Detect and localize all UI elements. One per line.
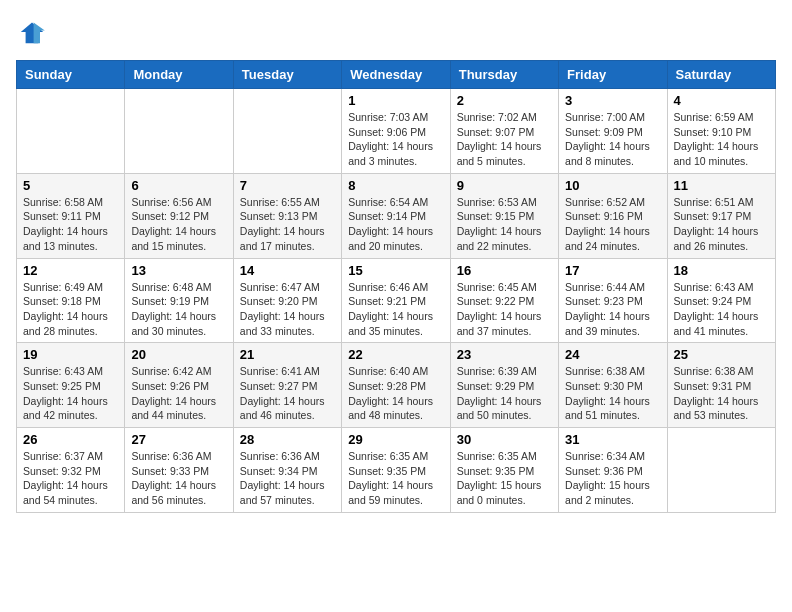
day-number: 7 [240,178,335,193]
calendar-cell: 3Sunrise: 7:00 AM Sunset: 9:09 PM Daylig… [559,89,667,174]
calendar-cell: 19Sunrise: 6:43 AM Sunset: 9:25 PM Dayli… [17,343,125,428]
day-info: Sunrise: 6:36 AM Sunset: 9:34 PM Dayligh… [240,449,335,508]
day-info: Sunrise: 6:38 AM Sunset: 9:30 PM Dayligh… [565,364,660,423]
day-info: Sunrise: 6:41 AM Sunset: 9:27 PM Dayligh… [240,364,335,423]
calendar-cell [17,89,125,174]
day-info: Sunrise: 6:56 AM Sunset: 9:12 PM Dayligh… [131,195,226,254]
calendar-cell: 24Sunrise: 6:38 AM Sunset: 9:30 PM Dayli… [559,343,667,428]
day-info: Sunrise: 6:40 AM Sunset: 9:28 PM Dayligh… [348,364,443,423]
day-info: Sunrise: 7:03 AM Sunset: 9:06 PM Dayligh… [348,110,443,169]
calendar-cell: 22Sunrise: 6:40 AM Sunset: 9:28 PM Dayli… [342,343,450,428]
calendar-week-row: 1Sunrise: 7:03 AM Sunset: 9:06 PM Daylig… [17,89,776,174]
day-info: Sunrise: 6:59 AM Sunset: 9:10 PM Dayligh… [674,110,769,169]
day-number: 27 [131,432,226,447]
day-info: Sunrise: 6:43 AM Sunset: 9:24 PM Dayligh… [674,280,769,339]
calendar-week-row: 26Sunrise: 6:37 AM Sunset: 9:32 PM Dayli… [17,428,776,513]
day-info: Sunrise: 6:34 AM Sunset: 9:36 PM Dayligh… [565,449,660,508]
calendar-cell: 26Sunrise: 6:37 AM Sunset: 9:32 PM Dayli… [17,428,125,513]
day-number: 3 [565,93,660,108]
calendar-cell: 20Sunrise: 6:42 AM Sunset: 9:26 PM Dayli… [125,343,233,428]
day-number: 29 [348,432,443,447]
calendar-header-row: SundayMondayTuesdayWednesdayThursdayFrid… [17,61,776,89]
day-info: Sunrise: 6:42 AM Sunset: 9:26 PM Dayligh… [131,364,226,423]
logo [16,16,52,48]
day-info: Sunrise: 6:35 AM Sunset: 9:35 PM Dayligh… [457,449,552,508]
day-number: 28 [240,432,335,447]
day-number: 17 [565,263,660,278]
day-number: 11 [674,178,769,193]
day-number: 5 [23,178,118,193]
day-number: 18 [674,263,769,278]
day-number: 25 [674,347,769,362]
day-of-week-header: Friday [559,61,667,89]
calendar-cell: 8Sunrise: 6:54 AM Sunset: 9:14 PM Daylig… [342,173,450,258]
day-number: 12 [23,263,118,278]
day-number: 13 [131,263,226,278]
calendar-cell: 5Sunrise: 6:58 AM Sunset: 9:11 PM Daylig… [17,173,125,258]
day-info: Sunrise: 6:55 AM Sunset: 9:13 PM Dayligh… [240,195,335,254]
calendar-table: SundayMondayTuesdayWednesdayThursdayFrid… [16,60,776,513]
day-info: Sunrise: 6:48 AM Sunset: 9:19 PM Dayligh… [131,280,226,339]
calendar-cell: 17Sunrise: 6:44 AM Sunset: 9:23 PM Dayli… [559,258,667,343]
day-number: 1 [348,93,443,108]
day-info: Sunrise: 6:36 AM Sunset: 9:33 PM Dayligh… [131,449,226,508]
calendar-cell [233,89,341,174]
calendar-cell: 23Sunrise: 6:39 AM Sunset: 9:29 PM Dayli… [450,343,558,428]
calendar-cell: 2Sunrise: 7:02 AM Sunset: 9:07 PM Daylig… [450,89,558,174]
calendar-cell: 10Sunrise: 6:52 AM Sunset: 9:16 PM Dayli… [559,173,667,258]
calendar-cell: 30Sunrise: 6:35 AM Sunset: 9:35 PM Dayli… [450,428,558,513]
day-number: 9 [457,178,552,193]
day-info: Sunrise: 6:49 AM Sunset: 9:18 PM Dayligh… [23,280,118,339]
calendar-cell: 16Sunrise: 6:45 AM Sunset: 9:22 PM Dayli… [450,258,558,343]
day-info: Sunrise: 6:39 AM Sunset: 9:29 PM Dayligh… [457,364,552,423]
calendar-cell [667,428,775,513]
day-number: 31 [565,432,660,447]
day-of-week-header: Wednesday [342,61,450,89]
day-number: 19 [23,347,118,362]
calendar-week-row: 12Sunrise: 6:49 AM Sunset: 9:18 PM Dayli… [17,258,776,343]
day-number: 2 [457,93,552,108]
day-info: Sunrise: 6:44 AM Sunset: 9:23 PM Dayligh… [565,280,660,339]
day-number: 16 [457,263,552,278]
calendar-cell: 11Sunrise: 6:51 AM Sunset: 9:17 PM Dayli… [667,173,775,258]
day-number: 20 [131,347,226,362]
day-number: 24 [565,347,660,362]
day-number: 6 [131,178,226,193]
calendar-cell: 1Sunrise: 7:03 AM Sunset: 9:06 PM Daylig… [342,89,450,174]
day-number: 8 [348,178,443,193]
calendar-cell: 6Sunrise: 6:56 AM Sunset: 9:12 PM Daylig… [125,173,233,258]
calendar-cell: 15Sunrise: 6:46 AM Sunset: 9:21 PM Dayli… [342,258,450,343]
calendar-cell: 18Sunrise: 6:43 AM Sunset: 9:24 PM Dayli… [667,258,775,343]
day-info: Sunrise: 6:35 AM Sunset: 9:35 PM Dayligh… [348,449,443,508]
day-info: Sunrise: 6:52 AM Sunset: 9:16 PM Dayligh… [565,195,660,254]
day-number: 4 [674,93,769,108]
calendar-week-row: 5Sunrise: 6:58 AM Sunset: 9:11 PM Daylig… [17,173,776,258]
calendar-cell: 29Sunrise: 6:35 AM Sunset: 9:35 PM Dayli… [342,428,450,513]
day-number: 10 [565,178,660,193]
calendar-cell: 31Sunrise: 6:34 AM Sunset: 9:36 PM Dayli… [559,428,667,513]
day-of-week-header: Thursday [450,61,558,89]
day-of-week-header: Tuesday [233,61,341,89]
day-info: Sunrise: 6:51 AM Sunset: 9:17 PM Dayligh… [674,195,769,254]
day-info: Sunrise: 6:45 AM Sunset: 9:22 PM Dayligh… [457,280,552,339]
day-info: Sunrise: 7:02 AM Sunset: 9:07 PM Dayligh… [457,110,552,169]
day-info: Sunrise: 6:53 AM Sunset: 9:15 PM Dayligh… [457,195,552,254]
calendar-cell: 13Sunrise: 6:48 AM Sunset: 9:19 PM Dayli… [125,258,233,343]
day-number: 15 [348,263,443,278]
day-info: Sunrise: 6:38 AM Sunset: 9:31 PM Dayligh… [674,364,769,423]
day-number: 22 [348,347,443,362]
calendar-cell: 27Sunrise: 6:36 AM Sunset: 9:33 PM Dayli… [125,428,233,513]
day-number: 21 [240,347,335,362]
day-info: Sunrise: 6:54 AM Sunset: 9:14 PM Dayligh… [348,195,443,254]
day-info: Sunrise: 6:43 AM Sunset: 9:25 PM Dayligh… [23,364,118,423]
calendar-cell: 25Sunrise: 6:38 AM Sunset: 9:31 PM Dayli… [667,343,775,428]
day-info: Sunrise: 6:46 AM Sunset: 9:21 PM Dayligh… [348,280,443,339]
day-of-week-header: Monday [125,61,233,89]
logo-icon [16,16,48,48]
day-number: 26 [23,432,118,447]
calendar-week-row: 19Sunrise: 6:43 AM Sunset: 9:25 PM Dayli… [17,343,776,428]
day-info: Sunrise: 6:37 AM Sunset: 9:32 PM Dayligh… [23,449,118,508]
day-number: 30 [457,432,552,447]
day-of-week-header: Saturday [667,61,775,89]
page-header [16,16,776,48]
